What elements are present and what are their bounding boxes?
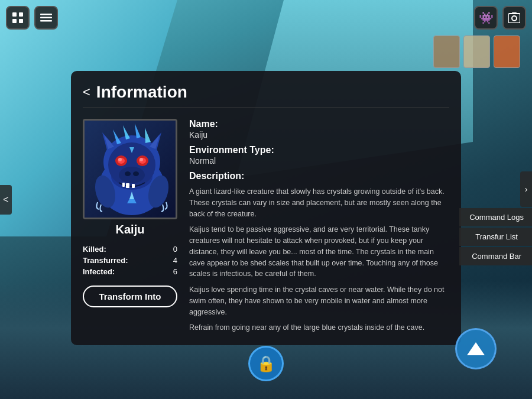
- svg-point-24: [140, 158, 143, 161]
- panel-header: < Information: [83, 83, 449, 108]
- svg-rect-5: [40, 17, 52, 19]
- desc-para-4: Refrain from going near any of the large…: [189, 322, 449, 333]
- screenshot-button[interactable]: [502, 6, 526, 30]
- lock-icon-button[interactable]: 🔒: [248, 346, 284, 381]
- svg-point-25: [119, 167, 145, 183]
- desc-para-3: Kaijus love spending time in the crystal…: [189, 284, 449, 317]
- left-arrow-icon: <: [3, 194, 8, 205]
- item-cards: [433, 35, 520, 68]
- name-field: Name: Kaiju: [189, 119, 449, 140]
- infected-value: 6: [173, 267, 177, 276]
- panel-title: Information: [96, 83, 187, 102]
- menu-button[interactable]: [34, 6, 58, 30]
- transfurred-value: 4: [173, 256, 177, 265]
- environment-field-label: Environment Type:: [189, 145, 274, 155]
- svg-rect-28: [126, 183, 129, 188]
- desc-para-2: Kaijus tend to be passive aggressive, an…: [189, 224, 449, 280]
- svg-rect-1: [19, 12, 23, 17]
- sidebar-item-command-logs[interactable]: Command Logs: [459, 208, 532, 226]
- svg-rect-29: [132, 184, 135, 188]
- svg-rect-7: [508, 14, 520, 23]
- description-field-label: Description:: [189, 171, 244, 181]
- panel-content: Kaiju Killed: 0 Transfurred: 4 Infected:…: [83, 119, 449, 333]
- item-card-1: [433, 35, 460, 68]
- infected-label: Infected:: [83, 267, 115, 276]
- environment-field: Environment Type: Normal: [189, 145, 449, 166]
- item-card-2: [463, 35, 490, 68]
- stat-infected: Infected: 6: [83, 267, 177, 276]
- environment-field-value: Normal: [189, 156, 216, 166]
- svg-rect-4: [40, 14, 52, 15]
- svg-point-8: [512, 16, 517, 21]
- grid-icon: [12, 12, 24, 24]
- name-field-value: Kaiju: [189, 130, 207, 140]
- svg-rect-2: [12, 19, 17, 23]
- arrow-up-icon: [467, 342, 485, 355]
- screenshot-icon: [508, 12, 520, 23]
- stat-transfurred: Transfurred: 4: [83, 256, 177, 265]
- svg-point-27: [133, 171, 139, 176]
- svg-rect-6: [40, 20, 52, 22]
- transform-into-button[interactable]: Transform Into: [83, 286, 177, 307]
- left-collapse-button[interactable]: <: [0, 185, 12, 215]
- grid-button[interactable]: [6, 6, 30, 30]
- back-button[interactable]: <: [83, 85, 90, 100]
- svg-rect-3: [19, 19, 23, 23]
- svg-rect-9: [512, 12, 517, 14]
- top-left-controls: [6, 6, 58, 30]
- creature-image: [83, 119, 177, 219]
- sidebar-item-command-bar[interactable]: Command Bar: [459, 247, 532, 265]
- avatar-button[interactable]: 👾: [474, 6, 498, 30]
- sidebar-item-transfur-list[interactable]: Transfur List: [459, 228, 532, 246]
- stats-section: Killed: 0 Transfurred: 4 Infected: 6: [83, 245, 177, 276]
- svg-rect-30: [122, 183, 125, 187]
- info-panel: < Information: [71, 71, 461, 345]
- creature-name-label: Kaiju: [83, 223, 177, 236]
- transfurred-label: Transfurred:: [83, 256, 128, 265]
- killed-label: Killed:: [83, 245, 106, 254]
- svg-rect-0: [12, 12, 17, 17]
- item-card-3: [494, 35, 520, 68]
- creature-left-panel: Kaiju Killed: 0 Transfurred: 4 Infected:…: [83, 119, 177, 333]
- top-right-controls: 👾: [474, 6, 526, 30]
- kaiju-svg: [85, 121, 177, 219]
- killed-value: 0: [173, 245, 177, 254]
- stat-killed: Killed: 0: [83, 245, 177, 254]
- desc-para-1: A giant lizard-like creature that slowly…: [189, 186, 449, 219]
- description-text: A giant lizard-like creature that slowly…: [189, 186, 449, 333]
- menu-icon: [40, 14, 52, 22]
- name-field-label: Name:: [189, 119, 218, 129]
- nav-up-button[interactable]: [455, 328, 497, 369]
- svg-point-23: [118, 158, 122, 161]
- svg-point-26: [125, 171, 131, 176]
- sidebar-items: Command Logs Transfur List Command Bar: [459, 208, 532, 265]
- sidebar-collapse-arrow[interactable]: ›: [520, 171, 532, 207]
- info-right-panel: Name: Kaiju Environment Type: Normal Des…: [189, 119, 449, 333]
- lock-icon: 🔒: [248, 346, 284, 381]
- right-sidebar: › Command Logs Transfur List Command Bar: [459, 171, 532, 265]
- description-field: Description:: [189, 171, 449, 181]
